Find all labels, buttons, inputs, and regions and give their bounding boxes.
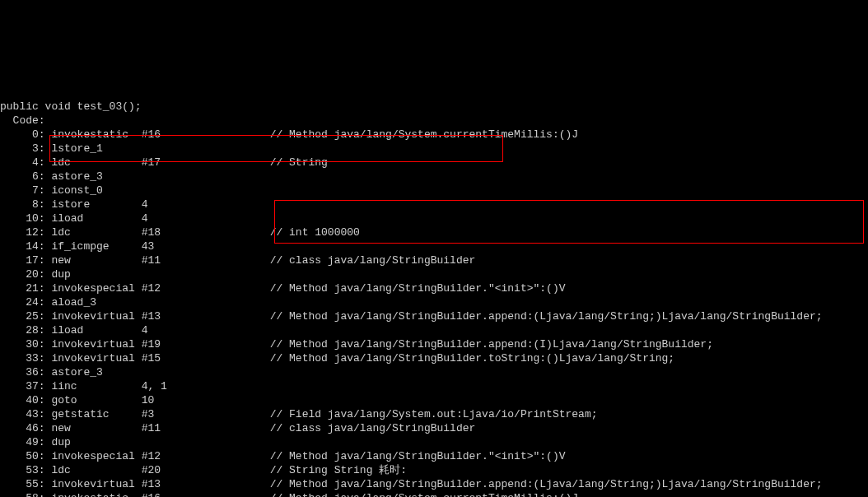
bytecode-listing: public void test_03(); Code: 0: invokest… xyxy=(0,100,868,497)
